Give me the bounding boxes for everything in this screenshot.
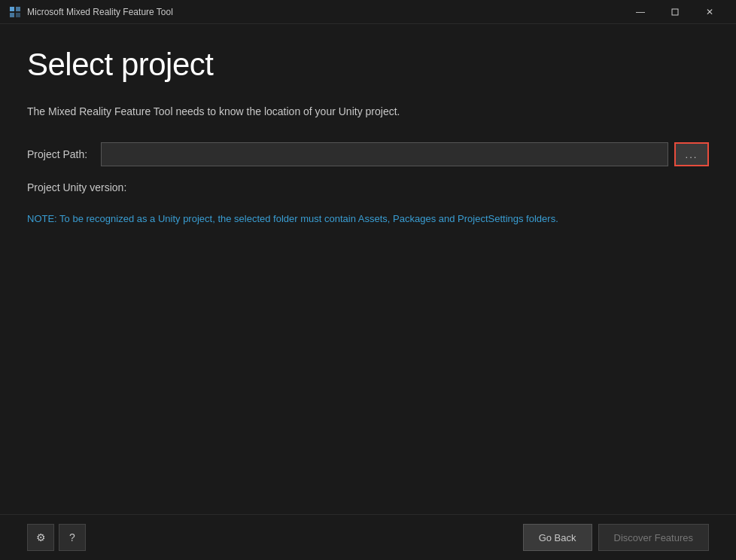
title-bar: Microsoft Mixed Reality Feature Tool — ✕ (0, 0, 736, 24)
unity-version-label: Project Unity version: (27, 181, 126, 193)
svg-rect-4 (672, 9, 678, 15)
minimize-button[interactable]: — (623, 0, 658, 24)
go-back-button[interactable]: Go Back (523, 524, 592, 551)
app-icon (9, 6, 21, 18)
browse-button[interactable]: ... (674, 142, 709, 166)
title-bar-controls: — ✕ (623, 0, 727, 24)
svg-rect-1 (16, 7, 20, 11)
svg-rect-3 (16, 13, 20, 17)
project-path-input[interactable] (101, 142, 668, 166)
svg-rect-2 (10, 13, 14, 17)
project-path-label: Project Path: (27, 148, 95, 160)
close-button[interactable]: ✕ (692, 0, 727, 24)
settings-button[interactable]: ⚙ (27, 524, 54, 551)
note-text: NOTE: To be recognized as a Unity projec… (27, 212, 674, 227)
maximize-button[interactable] (658, 0, 692, 24)
footer-right: Go Back Discover Features (523, 524, 709, 551)
unity-version-row: Project Unity version: (27, 181, 709, 193)
page-description: The Mixed Reality Feature Tool needs to … (27, 104, 709, 120)
page-title: Select project (27, 47, 709, 83)
project-path-row: Project Path: ... (27, 142, 709, 166)
discover-features-button[interactable]: Discover Features (598, 524, 709, 551)
svg-rect-0 (10, 7, 14, 11)
help-button[interactable]: ? (59, 524, 86, 551)
main-content: Select project The Mixed Reality Feature… (0, 24, 736, 514)
footer: ⚙ ? Go Back Discover Features (0, 514, 736, 560)
title-bar-text: Microsoft Mixed Reality Feature Tool (27, 7, 623, 17)
footer-left: ⚙ ? (27, 524, 86, 551)
